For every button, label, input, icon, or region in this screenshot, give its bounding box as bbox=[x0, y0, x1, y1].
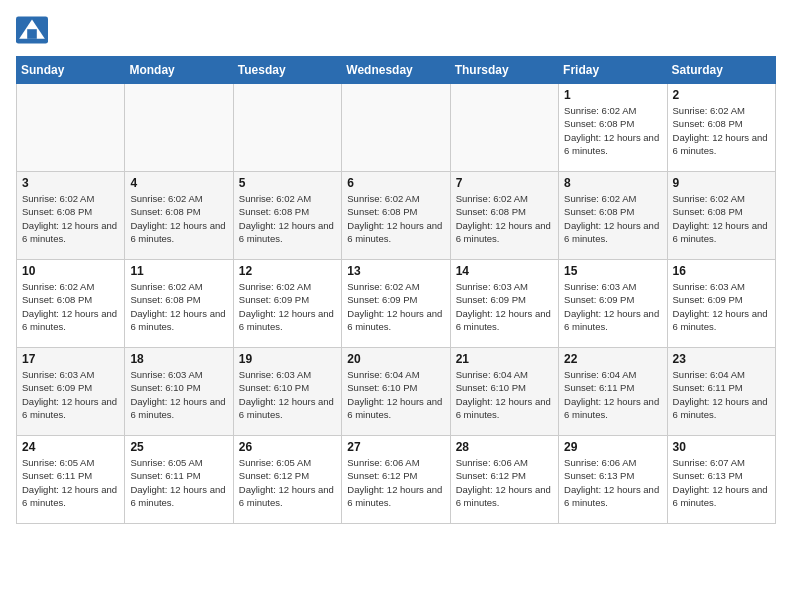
day-number: 9 bbox=[673, 176, 770, 190]
day-number: 7 bbox=[456, 176, 553, 190]
calendar-cell: 8Sunrise: 6:02 AM Sunset: 6:08 PM Daylig… bbox=[559, 172, 667, 260]
day-info: Sunrise: 6:03 AM Sunset: 6:09 PM Dayligh… bbox=[673, 280, 770, 333]
day-number: 3 bbox=[22, 176, 119, 190]
day-number: 20 bbox=[347, 352, 444, 366]
day-number: 1 bbox=[564, 88, 661, 102]
calendar-table: SundayMondayTuesdayWednesdayThursdayFrid… bbox=[16, 56, 776, 524]
calendar-cell: 12Sunrise: 6:02 AM Sunset: 6:09 PM Dayli… bbox=[233, 260, 341, 348]
day-info: Sunrise: 6:05 AM Sunset: 6:12 PM Dayligh… bbox=[239, 456, 336, 509]
calendar-cell bbox=[17, 84, 125, 172]
day-number: 30 bbox=[673, 440, 770, 454]
day-info: Sunrise: 6:02 AM Sunset: 6:08 PM Dayligh… bbox=[347, 192, 444, 245]
day-info: Sunrise: 6:04 AM Sunset: 6:11 PM Dayligh… bbox=[673, 368, 770, 421]
weekday-header: Friday bbox=[559, 57, 667, 84]
day-info: Sunrise: 6:04 AM Sunset: 6:10 PM Dayligh… bbox=[456, 368, 553, 421]
calendar-cell: 30Sunrise: 6:07 AM Sunset: 6:13 PM Dayli… bbox=[667, 436, 775, 524]
calendar-cell: 3Sunrise: 6:02 AM Sunset: 6:08 PM Daylig… bbox=[17, 172, 125, 260]
day-info: Sunrise: 6:02 AM Sunset: 6:09 PM Dayligh… bbox=[347, 280, 444, 333]
day-number: 18 bbox=[130, 352, 227, 366]
day-info: Sunrise: 6:02 AM Sunset: 6:08 PM Dayligh… bbox=[22, 192, 119, 245]
calendar-cell: 29Sunrise: 6:06 AM Sunset: 6:13 PM Dayli… bbox=[559, 436, 667, 524]
calendar-cell: 6Sunrise: 6:02 AM Sunset: 6:08 PM Daylig… bbox=[342, 172, 450, 260]
calendar-cell: 11Sunrise: 6:02 AM Sunset: 6:08 PM Dayli… bbox=[125, 260, 233, 348]
day-number: 23 bbox=[673, 352, 770, 366]
day-info: Sunrise: 6:03 AM Sunset: 6:10 PM Dayligh… bbox=[130, 368, 227, 421]
day-number: 6 bbox=[347, 176, 444, 190]
day-number: 10 bbox=[22, 264, 119, 278]
calendar-cell bbox=[450, 84, 558, 172]
calendar-cell: 24Sunrise: 6:05 AM Sunset: 6:11 PM Dayli… bbox=[17, 436, 125, 524]
day-info: Sunrise: 6:07 AM Sunset: 6:13 PM Dayligh… bbox=[673, 456, 770, 509]
day-info: Sunrise: 6:02 AM Sunset: 6:09 PM Dayligh… bbox=[239, 280, 336, 333]
calendar-cell: 13Sunrise: 6:02 AM Sunset: 6:09 PM Dayli… bbox=[342, 260, 450, 348]
weekday-header: Monday bbox=[125, 57, 233, 84]
day-info: Sunrise: 6:02 AM Sunset: 6:08 PM Dayligh… bbox=[456, 192, 553, 245]
day-number: 17 bbox=[22, 352, 119, 366]
weekday-header: Wednesday bbox=[342, 57, 450, 84]
day-number: 19 bbox=[239, 352, 336, 366]
day-info: Sunrise: 6:02 AM Sunset: 6:08 PM Dayligh… bbox=[673, 104, 770, 157]
calendar-cell: 5Sunrise: 6:02 AM Sunset: 6:08 PM Daylig… bbox=[233, 172, 341, 260]
day-info: Sunrise: 6:06 AM Sunset: 6:12 PM Dayligh… bbox=[456, 456, 553, 509]
day-number: 22 bbox=[564, 352, 661, 366]
day-info: Sunrise: 6:06 AM Sunset: 6:12 PM Dayligh… bbox=[347, 456, 444, 509]
day-info: Sunrise: 6:02 AM Sunset: 6:08 PM Dayligh… bbox=[564, 192, 661, 245]
day-number: 21 bbox=[456, 352, 553, 366]
day-info: Sunrise: 6:02 AM Sunset: 6:08 PM Dayligh… bbox=[239, 192, 336, 245]
day-info: Sunrise: 6:05 AM Sunset: 6:11 PM Dayligh… bbox=[130, 456, 227, 509]
day-number: 2 bbox=[673, 88, 770, 102]
day-number: 26 bbox=[239, 440, 336, 454]
weekday-header: Sunday bbox=[17, 57, 125, 84]
day-info: Sunrise: 6:03 AM Sunset: 6:09 PM Dayligh… bbox=[564, 280, 661, 333]
calendar-cell: 16Sunrise: 6:03 AM Sunset: 6:09 PM Dayli… bbox=[667, 260, 775, 348]
calendar-body: 1Sunrise: 6:02 AM Sunset: 6:08 PM Daylig… bbox=[17, 84, 776, 524]
day-info: Sunrise: 6:03 AM Sunset: 6:09 PM Dayligh… bbox=[22, 368, 119, 421]
day-info: Sunrise: 6:03 AM Sunset: 6:09 PM Dayligh… bbox=[456, 280, 553, 333]
day-number: 13 bbox=[347, 264, 444, 278]
weekday-header: Thursday bbox=[450, 57, 558, 84]
calendar-cell: 27Sunrise: 6:06 AM Sunset: 6:12 PM Dayli… bbox=[342, 436, 450, 524]
day-info: Sunrise: 6:04 AM Sunset: 6:11 PM Dayligh… bbox=[564, 368, 661, 421]
day-number: 4 bbox=[130, 176, 227, 190]
calendar-cell bbox=[342, 84, 450, 172]
calendar-cell: 19Sunrise: 6:03 AM Sunset: 6:10 PM Dayli… bbox=[233, 348, 341, 436]
day-number: 16 bbox=[673, 264, 770, 278]
calendar-cell: 26Sunrise: 6:05 AM Sunset: 6:12 PM Dayli… bbox=[233, 436, 341, 524]
calendar-cell: 21Sunrise: 6:04 AM Sunset: 6:10 PM Dayli… bbox=[450, 348, 558, 436]
calendar-cell: 18Sunrise: 6:03 AM Sunset: 6:10 PM Dayli… bbox=[125, 348, 233, 436]
day-number: 24 bbox=[22, 440, 119, 454]
calendar-cell: 14Sunrise: 6:03 AM Sunset: 6:09 PM Dayli… bbox=[450, 260, 558, 348]
calendar-header: SundayMondayTuesdayWednesdayThursdayFrid… bbox=[17, 57, 776, 84]
weekday-header: Tuesday bbox=[233, 57, 341, 84]
day-info: Sunrise: 6:03 AM Sunset: 6:10 PM Dayligh… bbox=[239, 368, 336, 421]
day-info: Sunrise: 6:02 AM Sunset: 6:08 PM Dayligh… bbox=[564, 104, 661, 157]
calendar-cell: 17Sunrise: 6:03 AM Sunset: 6:09 PM Dayli… bbox=[17, 348, 125, 436]
calendar-cell: 1Sunrise: 6:02 AM Sunset: 6:08 PM Daylig… bbox=[559, 84, 667, 172]
calendar-cell bbox=[125, 84, 233, 172]
calendar-cell: 22Sunrise: 6:04 AM Sunset: 6:11 PM Dayli… bbox=[559, 348, 667, 436]
calendar-cell: 15Sunrise: 6:03 AM Sunset: 6:09 PM Dayli… bbox=[559, 260, 667, 348]
calendar-cell: 9Sunrise: 6:02 AM Sunset: 6:08 PM Daylig… bbox=[667, 172, 775, 260]
day-info: Sunrise: 6:02 AM Sunset: 6:08 PM Dayligh… bbox=[22, 280, 119, 333]
day-info: Sunrise: 6:02 AM Sunset: 6:08 PM Dayligh… bbox=[130, 192, 227, 245]
logo bbox=[16, 16, 52, 44]
day-number: 12 bbox=[239, 264, 336, 278]
day-number: 14 bbox=[456, 264, 553, 278]
calendar-cell: 23Sunrise: 6:04 AM Sunset: 6:11 PM Dayli… bbox=[667, 348, 775, 436]
weekday-header: Saturday bbox=[667, 57, 775, 84]
day-number: 5 bbox=[239, 176, 336, 190]
day-number: 15 bbox=[564, 264, 661, 278]
day-info: Sunrise: 6:05 AM Sunset: 6:11 PM Dayligh… bbox=[22, 456, 119, 509]
calendar-cell: 4Sunrise: 6:02 AM Sunset: 6:08 PM Daylig… bbox=[125, 172, 233, 260]
day-number: 8 bbox=[564, 176, 661, 190]
calendar-cell: 25Sunrise: 6:05 AM Sunset: 6:11 PM Dayli… bbox=[125, 436, 233, 524]
day-info: Sunrise: 6:04 AM Sunset: 6:10 PM Dayligh… bbox=[347, 368, 444, 421]
day-number: 11 bbox=[130, 264, 227, 278]
day-number: 25 bbox=[130, 440, 227, 454]
calendar-cell bbox=[233, 84, 341, 172]
day-number: 29 bbox=[564, 440, 661, 454]
day-info: Sunrise: 6:02 AM Sunset: 6:08 PM Dayligh… bbox=[130, 280, 227, 333]
calendar-cell: 7Sunrise: 6:02 AM Sunset: 6:08 PM Daylig… bbox=[450, 172, 558, 260]
day-info: Sunrise: 6:06 AM Sunset: 6:13 PM Dayligh… bbox=[564, 456, 661, 509]
calendar-cell: 2Sunrise: 6:02 AM Sunset: 6:08 PM Daylig… bbox=[667, 84, 775, 172]
